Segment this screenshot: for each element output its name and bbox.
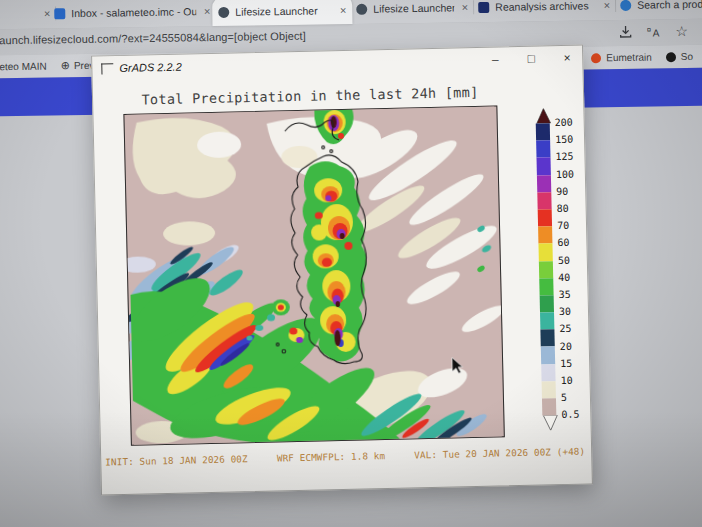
tab-label: Search a product | PRO <box>637 0 702 11</box>
colorbar-tick-label: 80 <box>557 203 569 214</box>
grads-window: GrADS 2.2.2 – □ × Total Precipitation in… <box>91 44 593 495</box>
bookmark-label: Eumetrain <box>606 52 652 64</box>
colorbar-segment <box>537 192 551 210</box>
url-text: launch.lifesizecloud.com/?ext=24555084&l… <box>0 30 306 47</box>
colorbar-tick-label: 50 <box>558 254 570 265</box>
tab-close-icon[interactable]: × <box>204 5 211 17</box>
colorbar: 20015012510090807060504035302520151050.5 <box>535 108 586 431</box>
colorbar-segment <box>538 226 552 244</box>
colorbar-tick-label: 150 <box>555 134 573 145</box>
window-controls: – □ × <box>488 46 575 72</box>
reanalysis-icon <box>478 1 489 12</box>
photographed-screen: × Inbox - salameteo.imc - Ou × Lifesize … <box>0 0 702 527</box>
svg-text:¤: ¤ <box>646 26 651 35</box>
colorbar-tick-label: 100 <box>556 168 574 179</box>
bookmark-label: meteo MAIN <box>0 61 47 73</box>
colorbar-tick-label: 5 <box>561 392 567 403</box>
bookmark-so[interactable]: So <box>666 51 693 62</box>
tab-label: Lifesize Launcher <box>373 1 454 14</box>
outlook-icon <box>54 8 65 19</box>
colorbar-tick-label: 35 <box>558 289 570 300</box>
lifesize-icon <box>356 3 367 14</box>
colorbar-labels: 20015012510090807060504035302520151050.5 <box>555 123 588 418</box>
colorbar-tick-label: 70 <box>557 220 569 231</box>
map-title: Total Precipitation in the last 24h [mm] <box>119 83 501 108</box>
maximize-button[interactable]: □ <box>524 51 538 65</box>
globe-icon <box>620 0 631 11</box>
colorbar-tick-label: 60 <box>557 237 569 248</box>
lifesize-icon <box>218 6 229 17</box>
colorbar-tick-label: 25 <box>559 323 571 334</box>
colorbar-segment <box>536 140 550 158</box>
close-button[interactable]: × <box>560 51 574 65</box>
bookmark-eumetrain[interactable]: Eumetrain <box>591 52 652 64</box>
download-icon[interactable] <box>616 23 634 41</box>
colorbar-under-arrow <box>542 415 558 430</box>
precip-map-canvas <box>124 106 503 444</box>
colorbar-segment <box>539 261 553 279</box>
colorbar-segment <box>541 347 555 365</box>
colorbar-tick-label: 10 <box>560 375 572 386</box>
tab-label: Reanalysis archives <box>495 0 596 13</box>
colorbar-tick-label: 40 <box>558 272 570 283</box>
valid-time-label: VAL: Tue 20 JAN 2026 00Z (+48) <box>414 446 585 461</box>
colorbar-segment <box>540 295 554 313</box>
tab-reanalysis[interactable]: Reanalysis archives × <box>472 0 616 20</box>
colorbar-segment <box>541 364 555 382</box>
tab-close-icon[interactable]: × <box>604 0 611 11</box>
tab-close-icon[interactable]: × <box>462 1 469 13</box>
colorbar-segment <box>539 278 553 296</box>
colorbar-tick-label: 0.5 <box>561 409 579 420</box>
colorbar-tick-label: 125 <box>555 151 573 162</box>
tab-close-icon[interactable]: × <box>340 4 347 16</box>
app-icon <box>666 52 676 62</box>
map-footer: INIT: Sun 18 JAN 2026 00Z WRF ECMWFPL: 1… <box>105 446 585 468</box>
precipitation-map[interactable] <box>123 105 504 445</box>
tab-label: Lifesize Launcher <box>235 4 332 17</box>
tab-lifesize-2[interactable]: Lifesize Launcher × <box>350 0 474 22</box>
tab-lifesize-active[interactable]: Lifesize Launcher × <box>212 0 352 26</box>
grads-app-icon <box>101 63 113 74</box>
model-label: WRF ECMWFPL: 1.8 km <box>277 450 385 463</box>
eumetrain-icon <box>591 53 601 63</box>
colorbar-tick-label: 90 <box>556 186 568 197</box>
colorbar-segment <box>537 158 551 176</box>
colorbar-segment <box>537 175 551 193</box>
minimize-button[interactable]: – <box>488 52 502 66</box>
globe-icon: ⊕ <box>61 59 70 72</box>
colorbar-segment <box>540 312 554 330</box>
colorbar-segment <box>536 123 550 141</box>
address-bar-actions: ¤A ☆ <box>616 22 690 41</box>
colorbar-segment <box>540 329 554 347</box>
window-title: GrADS 2.2.2 <box>119 61 182 74</box>
svg-text:A: A <box>652 27 659 38</box>
colorbar-segments <box>536 123 557 415</box>
colorbar-over-arrow <box>535 108 551 123</box>
init-time-label: INIT: Sun 18 JAN 2026 00Z <box>105 453 248 467</box>
colorbar-tick-label: 200 <box>555 117 573 128</box>
bookmark-label: So <box>681 51 693 62</box>
star-icon[interactable]: ☆ <box>672 22 690 40</box>
colorbar-segment <box>542 398 556 416</box>
colorbar-segment <box>538 209 552 227</box>
colorbar-tick-label: 20 <box>560 340 572 351</box>
colorbar-tick-label: 15 <box>560 358 572 369</box>
bookmark-meteo-main[interactable]: meteo MAIN <box>0 60 47 74</box>
tab-inbox[interactable]: Inbox - salameteo.imc - Ou × <box>48 0 216 26</box>
tab-label: Inbox - salameteo.imc - Ou <box>71 5 196 19</box>
colorbar-segment <box>542 381 556 399</box>
colorbar-segment <box>538 244 552 262</box>
translate-icon[interactable]: ¤A <box>644 22 662 40</box>
tab-search-product[interactable]: Search a product | PRO <box>614 0 702 18</box>
colorbar-tick-label: 30 <box>559 306 571 317</box>
